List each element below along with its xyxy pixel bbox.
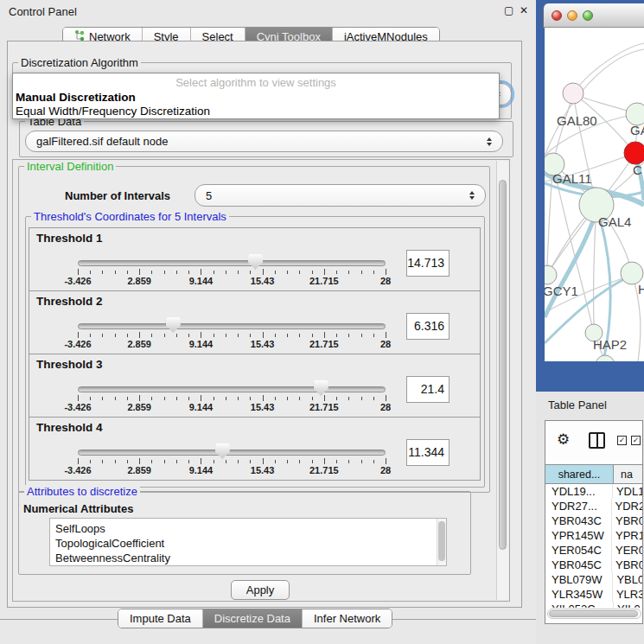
number-of-intervals-label: Number of Intervals (65, 189, 170, 202)
network-canvas[interactable]: GAL80GACGAL11GAL4GCY1HHAP2 (545, 28, 644, 361)
tick-mark (127, 334, 128, 337)
algorithm-placeholder: Select algorithm to view settings (13, 76, 499, 89)
column-header-na[interactable]: na (614, 464, 643, 484)
checkbox-icon[interactable]: ✓ (631, 436, 641, 445)
tick-mark (139, 458, 140, 464)
tick-label: 28 (380, 339, 391, 349)
attribute-item[interactable]: BetweennessCentrality (50, 551, 446, 565)
checkbox-icon[interactable]: ✓ (617, 436, 627, 445)
tick-label: -3.426 (64, 276, 91, 286)
tick-mark (176, 397, 177, 400)
attribute-item[interactable]: TopologicalCoefficient (50, 536, 446, 551)
slider-track[interactable] (78, 450, 386, 456)
horizontal-scrollbar[interactable] (547, 609, 641, 619)
interval-definition-title: Interval Definition (24, 160, 116, 173)
tick-mark (214, 460, 214, 463)
tab-infer-network[interactable]: Infer Network (302, 609, 392, 628)
network-node-gcy1[interactable] (545, 265, 557, 284)
vertical-scrollbar[interactable] (496, 161, 508, 600)
slider-track[interactable] (78, 323, 386, 329)
network-node-c[interactable] (624, 142, 644, 164)
cell-shared-name: YDR27... (545, 499, 612, 513)
tab-discretize-data[interactable]: Discretize Data (202, 609, 302, 628)
number-of-intervals-combo[interactable]: 5 (194, 184, 486, 207)
tick-label: 21.715 (309, 465, 339, 475)
window-close-icon[interactable] (552, 10, 562, 21)
slider-track[interactable] (78, 260, 386, 266)
network-window-titlebar[interactable] (543, 3, 644, 28)
threshold-value-field[interactable]: 6.316 (406, 313, 450, 340)
tick-mark (164, 397, 165, 400)
cell-name: YBR0 (612, 558, 643, 572)
cell-shared-name: YLR345W (545, 587, 613, 602)
tick-mark (287, 271, 288, 274)
table-row[interactable]: YPR145WYPR1 (545, 528, 643, 543)
vertical-scrollbar-thumb[interactable] (499, 180, 507, 550)
float-icon[interactable]: ▢ (504, 4, 513, 16)
tick-mark (151, 397, 152, 400)
attribute-item[interactable]: SelfLoops (50, 521, 446, 536)
algorithm-option-manual[interactable]: Manual Discretization (16, 91, 136, 104)
tick-mark (102, 334, 103, 337)
tick-label: 9.144 (189, 465, 214, 475)
table-row[interactable]: YLR345WYLR3 (545, 587, 643, 602)
table-row[interactable]: YDR27...YDR2 (545, 499, 643, 513)
tick-mark (164, 271, 165, 274)
table-data-combo[interactable]: galFiltered.sif default node (25, 131, 503, 152)
tab-impute-data[interactable]: Impute Data (118, 609, 202, 628)
node-label: GA (630, 123, 644, 137)
table-row[interactable]: YIL052CYIL0 (545, 602, 643, 608)
threshold-value-field[interactable]: 21.4 (406, 376, 450, 403)
list-scrollbar[interactable] (437, 519, 446, 565)
gear-icon[interactable]: ⚙ (557, 432, 570, 448)
network-node-gal80[interactable] (563, 83, 583, 104)
tick-mark (324, 395, 325, 401)
tick-mark (312, 334, 313, 337)
tick-mark (238, 397, 239, 400)
table-row[interactable]: YBR043CYBR0 (545, 513, 643, 528)
tick-mark (127, 397, 128, 400)
tick-mark (78, 395, 79, 401)
tick-label: 15.43 (251, 339, 275, 349)
window-minimize-icon[interactable] (567, 10, 577, 21)
tick-label: 2.859 (127, 276, 151, 286)
table-row[interactable]: YER054CYER0 (545, 543, 643, 558)
threshold-value-field[interactable]: 14.713 (406, 250, 450, 277)
cell-shared-name: YPR145W (545, 528, 612, 543)
tick-mark (151, 460, 152, 463)
list-scrollbar-thumb[interactable] (438, 521, 445, 561)
tick-mark (90, 334, 91, 337)
slider-track[interactable] (78, 386, 386, 392)
table-row[interactable]: YDL19...YDL1 (545, 484, 643, 499)
tick-mark (299, 334, 300, 337)
tick-mark (176, 334, 177, 337)
tick-mark (312, 271, 313, 274)
tick-mark (151, 271, 152, 274)
close-icon[interactable]: ✕ (520, 4, 528, 16)
apply-button[interactable]: Apply (231, 580, 290, 600)
table-row[interactable]: YBL079WYBL0 (545, 572, 643, 587)
combo-stepper-icon (469, 191, 475, 200)
slider-thumb[interactable] (215, 443, 230, 459)
slider-thumb[interactable] (166, 317, 181, 333)
threshold-value-field[interactable]: 11.344 (406, 439, 450, 466)
slider-thumb[interactable] (248, 254, 263, 270)
tick-mark (102, 460, 103, 463)
control-panel: Control Panel ▢ ✕ NetworkStyleSelectCyni… (0, 0, 536, 644)
column-header-shared-[interactable]: shared... (545, 464, 614, 484)
tick-mark (226, 271, 226, 274)
column-layout-icon[interactable] (589, 432, 605, 449)
tick-label: 21.715 (309, 402, 339, 412)
network-node[interactable] (596, 355, 615, 361)
algorithm-option-equal-width[interactable]: Equal Width/Frequency Discretization (16, 105, 210, 118)
window-zoom-icon[interactable] (583, 10, 593, 21)
tick-mark (361, 271, 362, 274)
tick-mark (275, 271, 276, 274)
horizontal-scrollbar-thumb[interactable] (549, 610, 638, 617)
table-row[interactable]: YBR045CYBR0 (545, 558, 643, 572)
numerical-attributes-list[interactable]: SelfLoopsTopologicalCoefficientBetweenne… (49, 518, 447, 566)
tick-mark (90, 397, 91, 400)
node-label: HAP2 (593, 337, 627, 352)
slider-thumb[interactable] (314, 380, 328, 396)
threshold-panel-3: Threshold 3-3.4262.8599.14415.4321.71528… (29, 354, 481, 418)
